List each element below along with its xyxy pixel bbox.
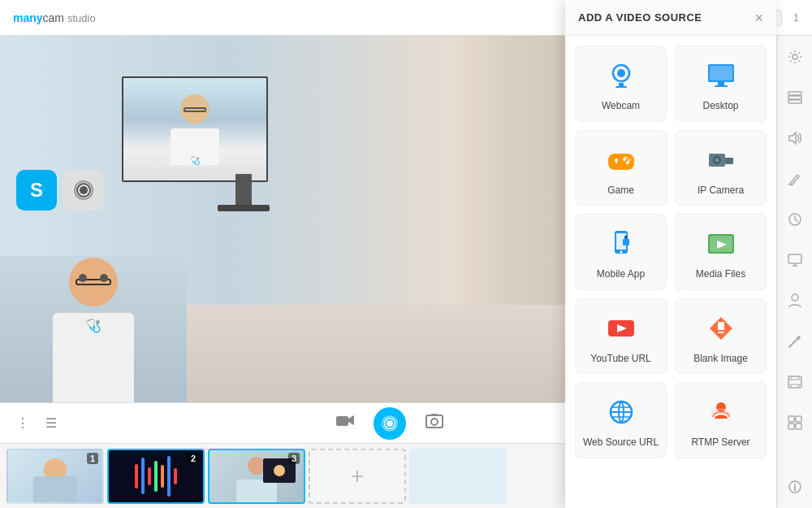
logo-studio: studio (67, 12, 96, 24)
sidebar-icon-wand[interactable] (782, 328, 808, 354)
source-label-desktop: Desktop (702, 100, 738, 113)
source-item-blank-image[interactable]: Blank Image (675, 298, 767, 375)
camera-icon[interactable] (336, 414, 354, 432)
blank-icon (706, 314, 736, 343)
youtube-icon (607, 314, 636, 343)
svg-rect-3 (336, 416, 348, 426)
source-item-webcam[interactable]: Webcam (575, 46, 667, 122)
svg-rect-42 (615, 86, 627, 88)
panel-close-button[interactable]: × (754, 11, 763, 25)
thumbnail-3[interactable]: 3 (208, 449, 305, 504)
svg-rect-13 (788, 96, 801, 99)
panel-header: ADD A VIDEO SOURCE × (565, 0, 776, 36)
source-label-webcam: Webcam (602, 100, 640, 113)
logo-many: many (13, 11, 43, 24)
source-label-web-source-url: Web Source URL (583, 436, 659, 449)
svg-rect-46 (715, 85, 728, 87)
svg-rect-12 (788, 92, 801, 95)
source-label-mobile-app: Mobile App (597, 268, 645, 281)
svg-point-11 (793, 54, 797, 59)
svg-rect-33 (796, 416, 801, 422)
sidebar-icon-clock[interactable] (782, 206, 808, 232)
source-item-youtube-url[interactable]: YouTube URL (575, 298, 667, 375)
sidebar-icon-monitor[interactable] (782, 247, 808, 273)
source-label-ip-camera: IP Camera (698, 185, 744, 198)
svg-marker-4 (348, 415, 354, 425)
menu-icon[interactable]: ⋮ (16, 415, 29, 431)
svg-point-9 (431, 419, 438, 425)
broadcast-app-icon (63, 170, 104, 211)
svg-rect-45 (718, 82, 724, 85)
svg-point-21 (792, 294, 798, 301)
mobile-icon (607, 229, 636, 258)
app-window: manycam studio 🔍 ☀ 60 fps 1 (0, 0, 812, 508)
svg-point-74 (716, 402, 726, 412)
sidebar-icon-film[interactable] (782, 369, 808, 395)
screen-stand (235, 174, 252, 206)
source-item-rtmp-server[interactable]: RTMP Server (675, 382, 767, 458)
skype-icon: S (16, 170, 57, 211)
game-icon (607, 145, 636, 175)
svg-rect-41 (619, 83, 624, 86)
source-item-game[interactable]: Game (575, 130, 667, 206)
panel-title: ADD A VIDEO SOURCE (578, 11, 702, 24)
thumbnail-add[interactable]: + 4 (309, 449, 406, 504)
source-item-desktop[interactable]: Desktop (675, 46, 767, 122)
rtmp-icon (706, 397, 736, 427)
ipcamera-icon (706, 145, 736, 175)
svg-line-22 (789, 339, 797, 347)
sidebar-icon-layers[interactable] (782, 85, 808, 111)
svg-point-0 (80, 186, 88, 194)
right-sidebar (776, 36, 812, 508)
broadcast-button[interactable] (374, 407, 406, 440)
thumb-num-3: 3 (288, 453, 300, 464)
info-text: 1 (793, 11, 799, 24)
source-item-ip-camera[interactable]: IP Camera (675, 130, 767, 206)
svg-rect-34 (788, 423, 794, 429)
svg-rect-25 (788, 376, 801, 388)
panel-body: Webcam Desktop (565, 36, 776, 508)
source-label-youtube-url: YouTube URL (590, 353, 651, 366)
source-item-media-files[interactable]: Media Files (675, 214, 767, 290)
svg-rect-10 (431, 414, 438, 416)
source-label-blank-image: Blank Image (693, 353, 748, 366)
desktop-icon (706, 61, 736, 90)
sidebar-icon-settings[interactable] (782, 44, 808, 70)
svg-rect-47 (608, 154, 634, 170)
source-grid: Webcam Desktop (575, 46, 767, 458)
svg-rect-62 (624, 236, 628, 239)
thumbnail-1[interactable]: 1 (6, 449, 104, 504)
webcam-icon (607, 61, 636, 90)
sidebar-icon-grid[interactable] (782, 410, 808, 436)
sidebar-icon-info[interactable] (782, 474, 808, 500)
svg-rect-14 (788, 100, 801, 103)
screenshot-icon[interactable] (425, 413, 443, 433)
svg-rect-32 (788, 416, 794, 422)
broadcast-svg (72, 179, 95, 202)
source-item-mobile-app[interactable]: Mobile App (575, 214, 667, 290)
source-label-media-files: Media Files (696, 268, 745, 281)
svg-rect-35 (796, 423, 801, 429)
thumbnail-2[interactable]: 2 (107, 449, 205, 504)
svg-rect-44 (710, 66, 732, 80)
svg-point-60 (620, 251, 622, 254)
screen-base (218, 205, 270, 211)
media-icon (706, 229, 736, 258)
sidebar-icon-person[interactable] (782, 288, 808, 314)
video-source-panel: ADD A VIDEO SOURCE × Webcam (565, 0, 776, 508)
svg-point-57 (715, 158, 719, 162)
list-icon[interactable]: ☰ (45, 415, 57, 431)
svg-rect-61 (623, 239, 629, 245)
source-item-web-source-url[interactable]: Web Source URL (575, 382, 667, 458)
add-icon: + (351, 465, 364, 488)
svg-line-16 (788, 184, 790, 185)
sidebar-icon-draw[interactable] (782, 166, 808, 192)
svg-point-40 (617, 69, 625, 77)
video-icons: S (16, 170, 104, 211)
sidebar-icon-audio[interactable] (782, 125, 808, 151)
thumb-num-2: 2 (188, 453, 199, 464)
source-label-game: Game (607, 185, 634, 198)
svg-rect-69 (718, 332, 724, 333)
doctor-screen-overlay: 🩺 (122, 76, 268, 182)
svg-rect-68 (718, 322, 724, 330)
